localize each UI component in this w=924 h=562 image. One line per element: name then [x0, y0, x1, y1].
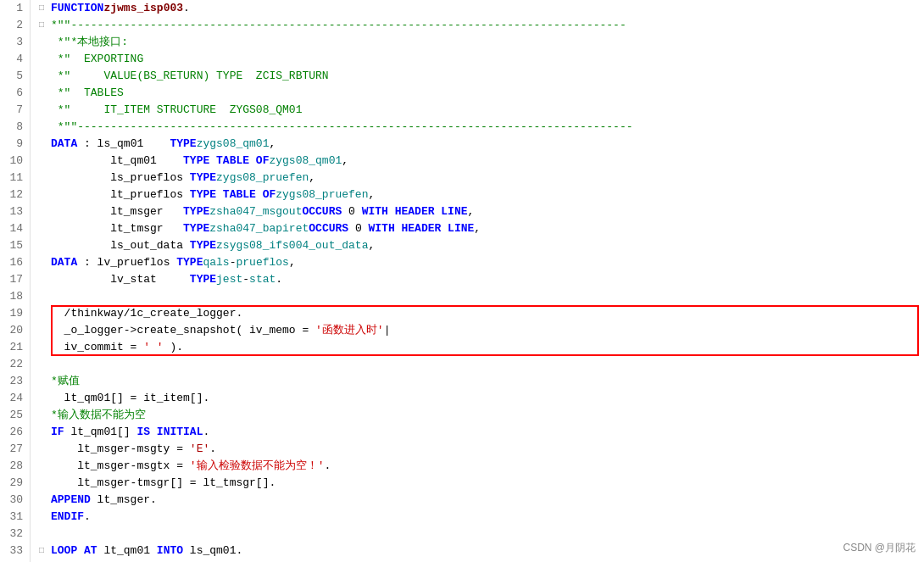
code-line: [39, 356, 924, 373]
code-line: ENDIF.: [39, 509, 924, 526]
fold-icon[interactable]: □: [39, 17, 51, 34]
code-line: □FUNCTION zjwms_isp003.: [39, 0, 924, 17]
fold-icon[interactable]: □: [39, 543, 51, 559]
code-line: lt_qm01[] = it_item[].: [39, 390, 924, 407]
code-line: □ LOOP AT lt_qm01 INTO ls_qm01.: [39, 543, 924, 559]
code-line: lt_prueflos TYPE TABLE OF zygs08_pruefen…: [39, 186, 924, 203]
code-line: DATA : lv_prueflos TYPE qals-prueflos,: [39, 254, 924, 271]
watermark: CSDN @月阴花: [843, 541, 916, 555]
editor-container: 1234567891011121314151617181920212223242…: [0, 0, 924, 562]
code-line: [39, 288, 924, 305]
code-line: [39, 526, 924, 543]
code-line: /thinkway/1c_create_logger.: [39, 305, 924, 322]
code-line: *" EXPORTING: [39, 51, 924, 68]
code-line: □*""------------------------------------…: [39, 17, 924, 34]
code-area: 1234567891011121314151617181920212223242…: [0, 0, 924, 562]
code-line: *""-------------------------------------…: [39, 119, 924, 136]
code-line: lt_msger-msgty = 'E'.: [39, 441, 924, 458]
code-line: *"*本地接口:: [39, 34, 924, 51]
code-line: iv_commit = ' ' ).: [39, 339, 924, 356]
code-line: lt_msger-tmsgr[] = lt_tmsgr[].: [39, 475, 924, 492]
code-line: ls_prueflos TYPE zygs08_pruefen,: [39, 170, 924, 186]
code-line: lv_stat TYPE jest-stat.: [39, 271, 924, 288]
code-line: *输入数据不能为空: [39, 407, 924, 424]
code-line: IF lt_qm01[] IS INITIAL.: [39, 424, 924, 441]
code-line: lt_msger-msgtx = '输入检验数据不能为空！'.: [39, 458, 924, 475]
code-line: lt_qm01 TYPE TABLE OF zygs08_qm01,: [39, 153, 924, 170]
code-line: lt_tmsgr TYPE zsha047_bapiret OCCURS 0 W…: [39, 220, 924, 237]
code-line: ls_out_data TYPE zsygs08_ifs004_out_data…: [39, 237, 924, 254]
code-line: *" VALUE(BS_RETURN) TYPE ZCIS_RBTURN: [39, 68, 924, 85]
fold-icon[interactable]: □: [39, 0, 51, 17]
code-line: *赋值: [39, 373, 924, 390]
code-line: DATA : ls_qm01 TYPE zygs08_qm01,: [39, 136, 924, 153]
code-line: *" TABLES: [39, 85, 924, 102]
code-content[interactable]: □FUNCTION zjwms_isp003.□*""-------------…: [31, 0, 924, 562]
code-line: _o_logger->create_snapshot( iv_memo = '函…: [39, 322, 924, 339]
code-line: APPEND lt_msger.: [39, 492, 924, 509]
code-line: *" IT_ITEM STRUCTURE ZYGS08_QM01: [39, 102, 924, 119]
code-line: lt_msger TYPE zsha047_msgout OCCURS 0 WI…: [39, 203, 924, 220]
line-numbers: 1234567891011121314151617181920212223242…: [0, 0, 31, 562]
